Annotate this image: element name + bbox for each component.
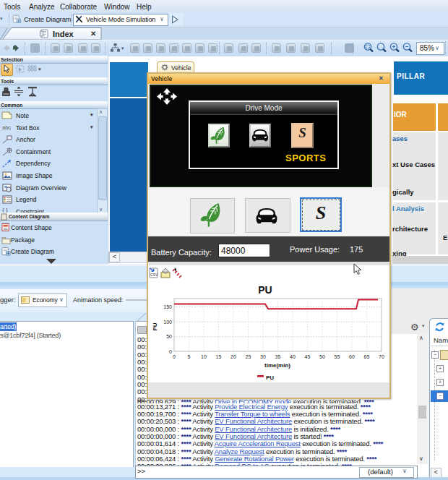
svg-text:45: 45 [305, 354, 311, 359]
svg-text:65: 65 [364, 354, 370, 359]
svg-text:time(min): time(min) [264, 362, 290, 369]
svg-text:0: 0 [173, 354, 176, 359]
svg-text:5: 5 [188, 354, 191, 359]
svg-text:25: 25 [246, 354, 251, 359]
svg-text:60: 60 [349, 354, 355, 359]
svg-text:70: 70 [379, 354, 384, 359]
svg-text:100: 100 [163, 320, 172, 325]
svg-text:CSV: CSV [150, 273, 158, 277]
svg-text:150: 150 [163, 304, 172, 309]
svg-text:0: 0 [169, 349, 172, 354]
svg-text:PU: PU [258, 284, 272, 296]
svg-text:15: 15 [216, 354, 222, 359]
svg-text:35: 35 [275, 354, 281, 359]
svg-text:50: 50 [166, 334, 172, 339]
svg-text:50: 50 [319, 354, 325, 359]
svg-text:40: 40 [290, 354, 296, 359]
svg-text:PU: PU [152, 322, 158, 330]
svg-text:55: 55 [335, 354, 340, 359]
svg-text:30: 30 [260, 354, 266, 359]
svg-text:PU: PU [266, 374, 274, 381]
svg-text:20: 20 [231, 354, 236, 359]
svg-text:10: 10 [201, 354, 207, 359]
